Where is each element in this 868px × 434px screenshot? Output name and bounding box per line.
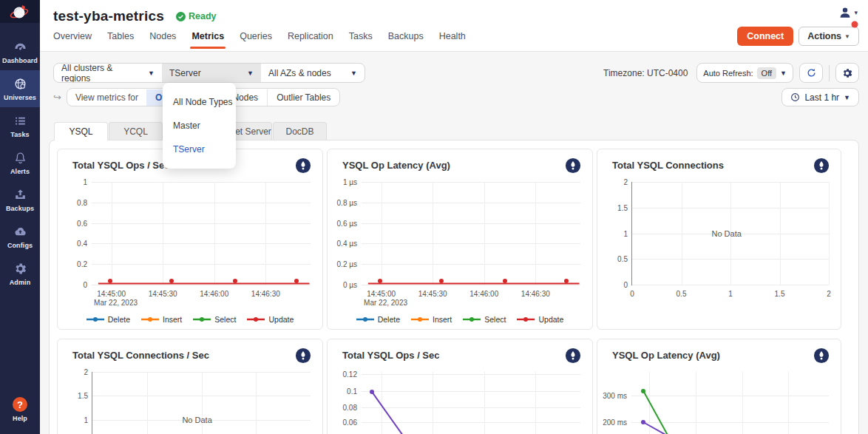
chevron-down-icon: ▼ — [844, 33, 850, 40]
sidebar: Dashboard Universes Tasks Alerts Backup — [0, 0, 40, 434]
actions-button[interactable]: Actions▼ — [799, 27, 859, 46]
gridline — [362, 285, 580, 285]
refresh-button[interactable] — [799, 63, 823, 83]
legend-item[interactable]: Select — [463, 315, 506, 324]
chart-card: Total YSQL Connections / Sec21.510.50No … — [57, 339, 323, 434]
data-point — [378, 279, 382, 283]
no-data-label: No Data — [182, 416, 211, 424]
sidebar-item-admin[interactable]: Admin — [0, 255, 40, 292]
universe-header: test-yba-metrics Ready ▾ Overview Tables… — [40, 0, 868, 52]
sidebar-label: Admin — [10, 279, 31, 286]
chart-title: YSQL Op Latency (Avg) — [342, 160, 450, 171]
tab-backups[interactable]: Backups — [388, 31, 424, 49]
legend-item[interactable]: Update — [517, 315, 563, 324]
legend-item[interactable]: Update — [247, 315, 294, 324]
tab-metrics[interactable]: Metrics — [191, 31, 224, 49]
y-axis-label: 300 ms — [602, 392, 627, 400]
auto-refresh-select[interactable]: Auto Refresh: Off ▼ — [696, 63, 793, 83]
tab-replication[interactable]: Replication — [288, 31, 333, 49]
x-axis-label: 2 — [827, 290, 831, 298]
sidebar-label: Help — [13, 415, 27, 422]
menu-item-master[interactable]: Master — [163, 114, 236, 138]
yugabyte-logo[interactable] — [0, 0, 40, 23]
divider — [829, 65, 830, 81]
y-axis-label: 1.5 — [63, 392, 88, 400]
metric-tab-ycql[interactable]: YCQL — [109, 122, 163, 140]
yugabyte-chart-icon — [295, 347, 311, 367]
sidebar-item-alerts[interactable]: Alerts — [0, 144, 40, 181]
x-axis-label: 1 — [728, 290, 733, 298]
series-lines — [362, 182, 580, 285]
segment-outlier-tables[interactable]: Outlier Tables — [267, 89, 339, 106]
time-range-select[interactable]: Last 1 hr ▼ — [781, 88, 859, 106]
legend-key-icon — [411, 316, 429, 322]
tab-nodes[interactable]: Nodes — [149, 31, 176, 49]
sidebar-item-universes[interactable]: Universes — [0, 70, 40, 107]
chart-title: Total YSQL Ops / Sec — [342, 350, 440, 361]
data-point — [641, 420, 645, 424]
configs-cloud-icon — [13, 225, 27, 239]
gridline — [92, 285, 311, 285]
sidebar-label: Dashboard — [2, 57, 38, 64]
y-axis-label: 0.1 — [332, 387, 357, 395]
plot-area: 21.510.50No Data — [92, 372, 311, 434]
legend-item[interactable]: Delete — [87, 315, 130, 324]
series-lines — [631, 372, 829, 434]
clusters-regions-select[interactable]: All clusters & regions▼ — [54, 64, 162, 82]
legend-item[interactable]: Insert — [411, 315, 452, 324]
y-axis-label: 0.4 µs — [332, 240, 357, 248]
plot-area: 300 ms200 ms — [631, 372, 829, 434]
legend-item[interactable]: Insert — [141, 315, 182, 324]
legend-key-icon — [193, 316, 211, 322]
node-type-select[interactable]: TServer▼ — [162, 64, 261, 82]
user-menu[interactable]: ▾ — [838, 6, 858, 19]
legend-item[interactable]: Delete — [356, 315, 400, 324]
x-axis-date-label: Mar 22, 2023 — [364, 299, 407, 307]
sub-level-arrow-icon: ↪ — [53, 92, 61, 103]
chevron-down-icon: ▼ — [844, 94, 850, 101]
metrics-settings-button[interactable] — [835, 63, 859, 83]
legend-key-icon — [141, 316, 159, 322]
gridline — [256, 372, 257, 434]
y-axis-label: 0.06 — [332, 418, 357, 427]
azs-nodes-select[interactable]: All AZs & nodes▼ — [261, 64, 365, 82]
chart-card: YSQL Op Latency (Avg)300 ms200 ms — [597, 339, 841, 434]
sidebar-item-tasks[interactable]: Tasks — [0, 107, 40, 144]
y-axis-label: 0.4 — [62, 240, 87, 248]
planet-rocket-icon — [7, 3, 33, 21]
tab-queries[interactable]: Queries — [240, 31, 272, 49]
page-title: test-yba-metrics — [53, 8, 164, 24]
notification-dot — [852, 21, 858, 28]
ready-check-icon — [176, 12, 186, 21]
plot-area: 0.120.10.080.06 — [362, 372, 580, 434]
legend-key-icon — [356, 316, 374, 322]
tab-health[interactable]: Health — [439, 31, 466, 49]
metric-tab-ysql[interactable]: YSQL — [54, 122, 108, 140]
y-axis-label: 0 µs — [332, 281, 357, 289]
y-axis-label: 0 — [62, 281, 87, 289]
yugabyte-chart-icon — [813, 347, 830, 367]
connect-button[interactable]: Connect — [737, 27, 793, 46]
yugabyte-chart-icon — [295, 157, 311, 177]
legend-key-icon — [463, 316, 481, 322]
tab-tables[interactable]: Tables — [107, 31, 134, 49]
y-axis-label: 0.6 — [62, 219, 87, 227]
tab-overview[interactable]: Overview — [53, 31, 92, 49]
sidebar-item-help[interactable]: ? Help — [0, 390, 40, 428]
menu-item-all-node-types[interactable]: All Node Types — [163, 90, 236, 114]
gear-icon — [841, 67, 853, 79]
legend-key-icon — [517, 316, 535, 322]
sidebar-item-backups[interactable]: Backups — [0, 181, 40, 218]
metric-tab-docdb[interactable]: DocDB — [273, 122, 327, 140]
chevron-down-icon: ▾ — [854, 9, 858, 16]
menu-item-tserver[interactable]: TServer — [163, 138, 236, 161]
sidebar-label: Tasks — [10, 131, 29, 138]
data-point — [108, 279, 112, 283]
sidebar-item-dashboard[interactable]: Dashboard — [0, 33, 40, 70]
tab-tasks[interactable]: Tasks — [349, 31, 373, 49]
backups-upload-icon — [13, 188, 27, 202]
legend-item[interactable]: Select — [193, 315, 236, 324]
sidebar-item-configs[interactable]: Configs — [0, 218, 40, 255]
gridline — [829, 182, 830, 285]
alerts-bell-icon — [13, 151, 27, 165]
